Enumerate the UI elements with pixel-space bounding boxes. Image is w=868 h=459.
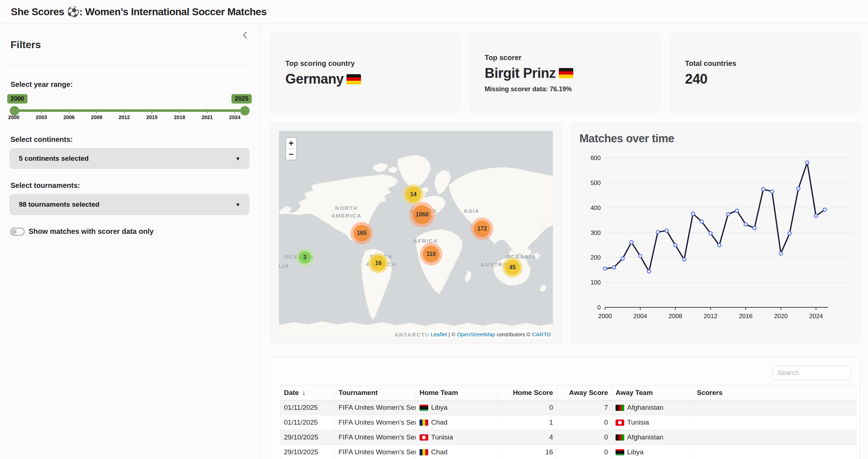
filters-sidebar: Filters Select year range: 2000 2025 200… — [0, 24, 260, 459]
data-point — [779, 252, 783, 255]
slider-tick-label: 2018 — [174, 114, 185, 120]
team-name: Afghanistan — [627, 433, 663, 441]
column-header-home-score[interactable]: Home Score — [498, 386, 557, 400]
date-cell: 29/10/2025 — [280, 445, 335, 459]
slider-tick — [96, 109, 97, 113]
column-header-home-team[interactable]: Home Team — [416, 386, 498, 400]
slider-track[interactable] — [13, 109, 246, 112]
team-name: Tunisia — [627, 418, 649, 426]
team-cell: Tunisia — [612, 415, 693, 430]
tournaments-dropdown[interactable]: 98 tournaments selected ▾ — [9, 194, 250, 215]
collapse-sidebar-icon[interactable] — [241, 30, 250, 40]
total-countries-value: 240 — [685, 71, 860, 87]
map-cluster-marker[interactable]: 14 — [403, 184, 424, 205]
world-map[interactable]: NORTHAMERICAEUROPEASIAAFRICASOUTHAMERICA… — [279, 131, 553, 338]
y-axis-tick-label: 400 — [591, 205, 601, 211]
away-score-cell: 0 — [557, 430, 612, 445]
map-region-label: NORTH — [335, 205, 358, 211]
map-region-label: LIA — [279, 263, 289, 269]
map-cluster-marker[interactable]: 1060 — [409, 202, 435, 227]
leaflet-link[interactable]: Leaflet — [431, 331, 447, 337]
chad-flag-icon — [420, 449, 428, 455]
map-cluster-marker[interactable]: 45 — [502, 257, 523, 278]
openstreetmap-link[interactable]: OpenStreetMap — [457, 331, 495, 337]
tournament-cell: FIFA Unites Women's Series — [335, 400, 416, 415]
page-title: She Scores ⚽: Women's International Socc… — [11, 0, 868, 24]
home-score-cell: 0 — [498, 400, 557, 415]
attribution-text: contributors © — [495, 331, 532, 337]
x-axis-tick-label: 2004 — [633, 313, 647, 320]
data-point — [621, 257, 624, 260]
x-axis-tick-label: 2024 — [809, 313, 823, 320]
slider-tick-label: 2006 — [63, 114, 75, 120]
scorers-cell — [693, 400, 856, 415]
y-axis-tick-label: 200 — [591, 254, 601, 261]
home-score-cell: 4 — [498, 430, 557, 445]
column-header-scorers[interactable]: Scorers — [693, 386, 856, 400]
continents-label: Select continents: — [10, 135, 73, 144]
slider-tick-label: 2009 — [91, 114, 102, 120]
slider-tick — [41, 109, 42, 113]
data-point — [770, 190, 774, 193]
card-title: Total countries — [685, 59, 860, 68]
tunisia-flag-icon — [616, 420, 624, 426]
x-axis-tick-label: 2000 — [598, 313, 612, 320]
cluster-count: 16 — [371, 256, 386, 271]
data-point — [744, 223, 747, 226]
tunisia-flag-icon — [420, 434, 428, 441]
map-cluster-marker[interactable]: 16 — [368, 253, 388, 273]
cluster-count: 172 — [474, 220, 490, 237]
germany-flag-icon — [346, 74, 361, 84]
search-input[interactable] — [773, 366, 851, 380]
data-point — [682, 258, 686, 261]
matches-over-time-chart: 0100200300400500600200020042008201220162… — [571, 123, 860, 344]
tournaments-label: Select tournaments: — [10, 181, 80, 190]
continents-dropdown-value: 5 continents selected — [19, 155, 89, 163]
data-point — [718, 244, 721, 247]
country-name: Germany — [285, 71, 344, 87]
total-countries-card: Total countries 240 — [670, 34, 860, 113]
scorer-toggle-row: Show matches with scorer data only — [10, 227, 154, 236]
map-cluster-marker[interactable]: 110 — [420, 243, 442, 265]
carto-link[interactable]: CARTO — [532, 331, 551, 337]
scorer-data-toggle[interactable] — [10, 228, 25, 236]
y-axis-tick-label: 500 — [591, 180, 601, 186]
column-header-away-team[interactable]: Away Team — [612, 386, 693, 400]
matches-over-time-card: Matches over time 0100200300400500600200… — [570, 123, 860, 344]
top-scoring-country-card: Top scoring country Germany — [270, 34, 460, 113]
cluster-count: 3 — [299, 251, 311, 264]
slider-handle-max[interactable] — [240, 106, 250, 115]
continents-dropdown[interactable]: 5 continents selected ▾ — [9, 148, 250, 169]
y-axis-tick-label: 300 — [591, 230, 601, 236]
data-point — [630, 241, 633, 244]
data-point — [647, 270, 651, 273]
slider-tick — [179, 109, 180, 113]
date-cell: 01/11/2025 — [280, 400, 335, 415]
map-zoom-control: + − — [285, 137, 297, 160]
cluster-count: 1060 — [413, 205, 431, 224]
y-axis-tick-label: 600 — [591, 155, 601, 161]
tournament-cell: FIFA Unites Women's Series — [335, 415, 416, 430]
zoom-in-button[interactable]: + — [286, 138, 296, 149]
slider-tick — [234, 109, 235, 113]
map-cluster-marker[interactable]: 165 — [350, 222, 373, 244]
team-cell: Libya — [612, 445, 693, 459]
matches-table: Date ↓TournamentHome TeamHome ScoreAway … — [280, 385, 856, 459]
libya-flag-icon — [420, 405, 428, 411]
column-header-tournament[interactable]: Tournament — [335, 386, 416, 400]
slider-tick-label: 2000 — [8, 114, 19, 120]
date-cell: 01/11/2025 — [280, 415, 335, 430]
cluster-count: 110 — [423, 246, 439, 262]
filters-heading: Filters — [10, 39, 41, 51]
scorers-cell — [693, 430, 856, 445]
missing-scorer-data-note: Missing scorer data: 76.19% — [485, 85, 660, 93]
map-cluster-marker[interactable]: 3 — [296, 249, 314, 266]
app-header: She Scores ⚽: Women's International Socc… — [0, 0, 868, 24]
top-scoring-country-value: Germany — [285, 71, 460, 87]
column-header-date[interactable]: Date ↓ — [280, 386, 335, 400]
map-cluster-marker[interactable]: 172 — [471, 218, 493, 240]
zoom-out-button[interactable]: − — [286, 149, 296, 160]
x-axis-tick-label: 2012 — [704, 313, 718, 320]
away-score-cell: 0 — [557, 415, 612, 430]
column-header-away-score[interactable]: Away Score — [557, 386, 612, 400]
